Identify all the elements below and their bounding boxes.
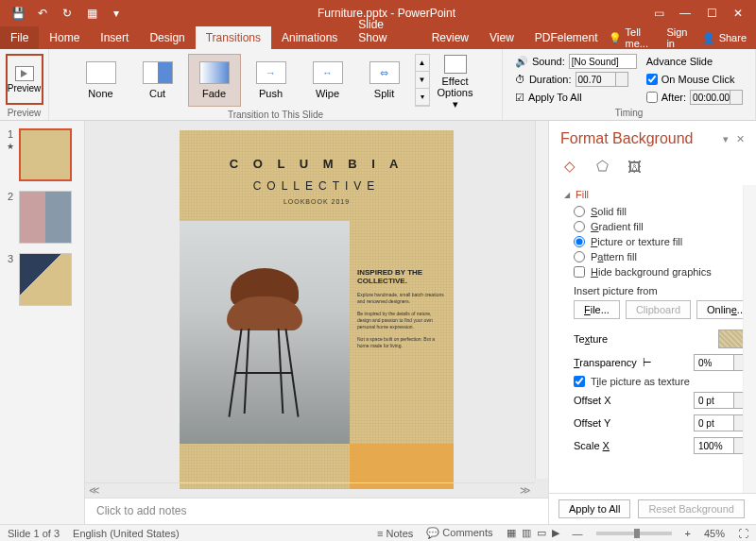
duration-icon: ⏱ — [515, 74, 525, 85]
sound-label: Sound: — [532, 56, 565, 67]
panel-menu-icon[interactable]: ▾ — [723, 133, 729, 145]
slideshow-view-icon[interactable]: ▶ — [552, 527, 559, 539]
window-controls: ▭ — ☐ ✕ — [646, 3, 756, 24]
thumbnail-1[interactable] — [19, 128, 72, 181]
redo-icon[interactable]: ↻ — [57, 3, 77, 24]
sign-in[interactable]: Sign in — [666, 26, 694, 49]
transition-wipe[interactable]: ↔Wipe — [301, 54, 354, 107]
tab-file[interactable]: File — [0, 26, 39, 49]
file-button[interactable]: File... — [574, 300, 620, 319]
ribbon-tabs: File Home Insert Design Transitions Anim… — [0, 26, 756, 49]
picture-tab-icon[interactable]: 🖼 — [625, 157, 644, 176]
slide-content: C O L U M B I A COLLECTIVE LOOKBOOK 2019… — [180, 130, 454, 489]
fill-section-header[interactable]: Fill — [564, 185, 747, 204]
tell-me[interactable]: 💡 Tell me... — [609, 26, 660, 49]
slide-canvas[interactable]: C O L U M B I A COLLECTIVE LOOKBOOK 2019… — [85, 121, 548, 498]
after-label: After: — [662, 92, 686, 103]
effect-options-button[interactable]: Effect Options ▾ — [434, 51, 477, 110]
panel-scrollbar[interactable] — [743, 185, 756, 493]
tab-view[interactable]: View — [479, 26, 524, 49]
share-button[interactable]: 👤 Share — [702, 32, 747, 44]
group-preview-label: Preview — [8, 108, 42, 120]
tab-review[interactable]: Review — [421, 26, 479, 49]
transition-none[interactable]: None — [75, 54, 128, 107]
pattern-fill-radio[interactable]: Pattern fill — [564, 249, 747, 264]
thumbnail-3[interactable] — [19, 253, 72, 306]
tab-design[interactable]: Design — [139, 26, 195, 49]
notes-toggle[interactable]: ≡ Notes — [377, 528, 413, 539]
transition-fade[interactable]: Fade — [188, 54, 241, 107]
tab-slideshow[interactable]: Slide Show — [348, 13, 421, 49]
undo-icon[interactable]: ↶ — [32, 3, 53, 24]
ribbon-options-icon[interactable]: ▭ — [646, 3, 671, 24]
tab-home[interactable]: Home — [39, 26, 90, 49]
preview-label: Preview — [8, 83, 42, 93]
save-icon[interactable]: 💾 — [8, 3, 28, 24]
transition-cut[interactable]: Cut — [131, 54, 184, 107]
scale-x-label: Scale X — [574, 440, 610, 451]
normal-view-icon[interactable]: ▦ — [507, 527, 516, 539]
apply-to-all-button[interactable]: Apply To All — [528, 92, 582, 103]
slide-title: C O L U M B I A — [180, 157, 454, 171]
picture-fill-radio[interactable]: Picture or texture fill — [564, 234, 747, 249]
transition-push[interactable]: →Push — [245, 54, 298, 107]
tab-pdfelement[interactable]: PDFelement — [524, 26, 609, 49]
start-from-beginning-icon[interactable]: ▦ — [81, 3, 102, 24]
zoom-level[interactable]: 45% — [704, 528, 725, 539]
transition-indicator-icon: ★ — [7, 142, 14, 151]
canvas-scrollbar-vertical[interactable] — [535, 121, 548, 479]
transition-gallery-scroll[interactable]: ▲▼▾ — [415, 54, 430, 107]
transparency-input[interactable]: 0% — [694, 354, 747, 371]
on-mouse-click-checkbox[interactable] — [646, 74, 658, 85]
panel-close-icon[interactable]: ✕ — [736, 133, 745, 145]
tab-insert[interactable]: Insert — [90, 26, 139, 49]
qat-more-icon[interactable]: ▾ — [106, 3, 127, 24]
duration-input[interactable]: 00.70 — [576, 72, 628, 87]
prev-slide-icon[interactable]: ≪ — [89, 484, 100, 497]
after-checkbox[interactable] — [646, 92, 658, 103]
reading-view-icon[interactable]: ▭ — [537, 527, 546, 539]
reset-background-button[interactable]: Reset Background — [638, 499, 745, 518]
apply-to-all-button[interactable]: Apply to All — [558, 499, 630, 518]
effects-tab-icon[interactable]: ⬠ — [593, 157, 611, 176]
zoom-out-icon[interactable]: — — [573, 528, 583, 539]
zoom-slider[interactable] — [596, 532, 672, 535]
sorter-view-icon[interactable]: ▥ — [522, 527, 531, 539]
preview-button[interactable]: Preview — [6, 54, 43, 105]
sound-select[interactable] — [569, 54, 637, 69]
slide-counter[interactable]: Slide 1 of 3 — [8, 528, 60, 539]
close-icon[interactable]: ✕ — [726, 3, 750, 24]
minimize-icon[interactable]: — — [673, 3, 697, 24]
solid-fill-radio[interactable]: Solid fill — [564, 204, 747, 219]
notes-pane[interactable]: Click to add notes — [85, 498, 548, 524]
zoom-in-icon[interactable]: + — [685, 528, 691, 539]
next-slide-icon[interactable]: ≫ — [520, 484, 531, 497]
play-icon — [15, 66, 34, 81]
offset-x-label: Offset X — [574, 395, 611, 406]
gradient-fill-radio[interactable]: Gradient fill — [564, 219, 747, 234]
tab-animations[interactable]: Animations — [271, 26, 348, 49]
offset-x-input[interactable]: 0 pt — [694, 392, 747, 409]
status-bar: Slide 1 of 3 English (United States) ≡ N… — [0, 524, 756, 541]
panel-title: Format Background — [560, 130, 694, 147]
scale-x-input[interactable]: 100% — [694, 437, 747, 454]
canvas-area: C O L U M B I A COLLECTIVE LOOKBOOK 2019… — [85, 121, 548, 524]
sound-icon: 🔊 — [515, 56, 528, 68]
tile-checkbox[interactable]: Tile picture as texture — [564, 374, 747, 389]
comments-toggle[interactable]: 💬 Comments — [426, 527, 492, 539]
hide-graphics-checkbox[interactable]: Hide background graphics — [564, 264, 747, 279]
transition-split[interactable]: ⇔Split — [358, 54, 411, 107]
maximize-icon[interactable]: ☐ — [699, 3, 724, 24]
offset-y-input[interactable]: 0 pt — [694, 414, 747, 431]
clipboard-button[interactable]: Clipboard — [626, 300, 691, 319]
thumbnail-2[interactable] — [19, 191, 72, 244]
apply-all-icon: ☑ — [515, 92, 524, 104]
chair-image — [217, 249, 312, 419]
fill-tab-icon[interactable]: ◇ — [560, 157, 579, 176]
fit-to-window-icon[interactable]: ⛶ — [738, 528, 748, 539]
language-status[interactable]: English (United States) — [73, 528, 180, 539]
slide-lookbook: LOOKBOOK 2019 — [180, 198, 454, 205]
tab-transitions[interactable]: Transitions — [196, 26, 271, 49]
after-input[interactable]: 00:00.00 — [690, 90, 743, 105]
slide-thumbnails: 1★ 2 3 — [0, 121, 85, 524]
